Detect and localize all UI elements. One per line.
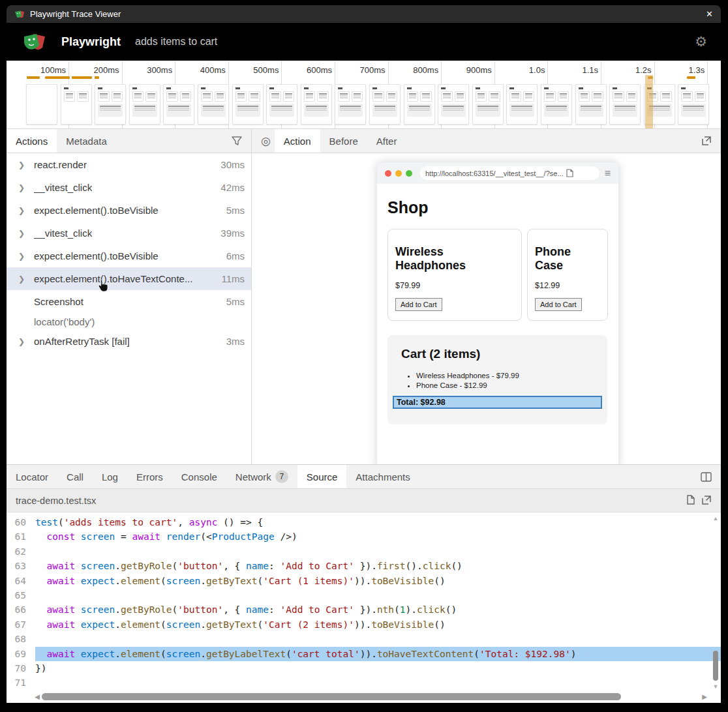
action-row[interactable]: ❯expect.element().toHaveTextConte...11ms xyxy=(7,267,251,290)
tab-errors[interactable]: Errors xyxy=(127,465,172,488)
scroll-down-icon[interactable]: ▼ xyxy=(712,683,720,690)
timeline-action-marker xyxy=(687,76,695,79)
filter-icon[interactable] xyxy=(222,129,251,153)
code-line[interactable]: 70}) xyxy=(7,661,721,675)
code-text: await expect.element(screen.getByText('C… xyxy=(35,574,721,588)
source-filename: trace-demo.test.tsx xyxy=(16,496,96,506)
browser-chrome-bar: http://localhost:63315/__vitest_test__/?… xyxy=(377,162,618,184)
action-name: __vitest_click xyxy=(34,182,92,193)
action-row[interactable]: ❯expect.element().toBeVisible5ms xyxy=(7,199,251,222)
line-number: 70 xyxy=(7,661,35,675)
code-line[interactable]: 61 const screen = await render(<ProductP… xyxy=(7,529,721,544)
vertical-scroll-thumb[interactable] xyxy=(713,651,718,681)
timeline-filmstrip[interactable] xyxy=(7,84,721,126)
tab-before[interactable]: Before xyxy=(320,129,367,153)
source-filebar: trace-demo.test.tsx xyxy=(7,489,721,512)
code-line[interactable]: 62 xyxy=(7,544,721,559)
timeline-thumbnail[interactable] xyxy=(266,84,297,125)
tab-source[interactable]: Source xyxy=(297,465,347,488)
timeline-thumbnail[interactable] xyxy=(506,84,538,125)
scroll-left-icon[interactable]: ◀ xyxy=(33,693,42,700)
action-row[interactable]: ❯react.render30ms xyxy=(7,153,251,176)
playwright-mini-icon xyxy=(14,10,25,19)
code-line[interactable]: 60test('adds items to cart', async () =>… xyxy=(7,515,721,529)
expand-chevron-icon[interactable]: ❯ xyxy=(18,252,34,261)
expand-chevron-icon[interactable]: ❯ xyxy=(18,160,34,170)
timeline-thumbnail[interactable] xyxy=(26,84,57,125)
close-icon[interactable]: ✕ xyxy=(706,9,713,19)
horizontal-scroll-thumb[interactable] xyxy=(42,693,621,700)
expand-chevron-icon[interactable]: ❯ xyxy=(18,274,34,284)
action-name: expect.element().toHaveTextConte... xyxy=(34,273,192,284)
cart-item: Phone Case - $12.99 xyxy=(416,381,607,389)
tab-console[interactable]: Console xyxy=(172,465,226,488)
copy-url-icon[interactable] xyxy=(566,169,573,177)
code-line[interactable]: 67 await expect.element(screen.getByText… xyxy=(7,617,721,632)
action-name: onAfterRetryTask [fail] xyxy=(34,336,130,347)
timeline-thumbnail[interactable] xyxy=(609,84,641,125)
open-external-icon[interactable] xyxy=(692,129,721,153)
code-text xyxy=(35,632,721,646)
tab-after[interactable]: After xyxy=(367,129,406,153)
timeline-thumbnail[interactable] xyxy=(678,84,709,125)
code-line[interactable]: 64 await expect.element(screen.getByText… xyxy=(7,574,721,588)
tab-log[interactable]: Log xyxy=(93,465,127,488)
settings-gear-icon[interactable]: ⚙ xyxy=(695,34,707,50)
timeline-thumbnail[interactable] xyxy=(198,84,229,125)
pick-locator-icon[interactable]: ◎ xyxy=(252,129,275,153)
source-code-view[interactable]: 60test('adds items to cart', async () =>… xyxy=(7,512,721,703)
action-row[interactable]: ❯__vitest_click39ms xyxy=(7,222,251,245)
scroll-up-icon[interactable]: ▲ xyxy=(712,515,720,522)
timeline-thumbnail[interactable] xyxy=(61,84,92,125)
expand-chevron-icon[interactable]: ❯ xyxy=(18,337,34,346)
trace-viewer-window: Playwright Trace Viewer ✕ Playwright add… xyxy=(0,0,728,712)
tab-action[interactable]: Action xyxy=(275,129,320,153)
tab-network[interactable]: Network7 xyxy=(226,465,297,488)
code-line[interactable]: 68 xyxy=(7,632,721,646)
code-vertical-scrollbar[interactable]: ▲ ▼ xyxy=(712,515,720,690)
open-source-external-icon[interactable] xyxy=(701,495,712,505)
code-line[interactable]: 66 await screen.getByRole('button', { na… xyxy=(7,602,721,617)
expand-chevron-icon[interactable]: ❯ xyxy=(18,206,34,215)
expand-chevron-icon[interactable]: ❯ xyxy=(18,229,34,238)
tab-locator[interactable]: Locator xyxy=(7,465,57,488)
product-price: $12.99 xyxy=(535,281,600,290)
action-row[interactable]: Screenshot5ms xyxy=(7,290,251,313)
timeline-thumbnail[interactable] xyxy=(301,84,332,125)
code-line[interactable]: 63 await screen.getByRole('button', { na… xyxy=(7,559,721,573)
timeline-thumbnail[interactable] xyxy=(575,84,607,125)
action-row[interactable]: ❯__vitest_click42ms xyxy=(7,176,251,199)
cart-total-highlighted: Total: $92.98 xyxy=(393,396,602,409)
copy-source-icon[interactable] xyxy=(685,495,695,506)
code-line[interactable]: 65 xyxy=(7,588,721,602)
timeline-thumbnail[interactable] xyxy=(232,84,264,125)
action-row[interactable]: ❯onAfterRetryTask [fail]3ms xyxy=(7,330,251,353)
timeline-thumbnail[interactable] xyxy=(472,84,504,125)
tab-actions[interactable]: Actions xyxy=(7,129,57,153)
timeline-thumbnail[interactable] xyxy=(541,84,572,125)
timeline-thumbnail[interactable] xyxy=(95,84,126,125)
code-horizontal-scrollbar[interactable]: ◀ ▶ xyxy=(33,692,709,701)
add-to-cart-button[interactable]: Add to Cart xyxy=(395,298,442,311)
timeline-tick-label: 1.0s xyxy=(529,65,548,75)
timeline-thumbnail[interactable] xyxy=(129,84,160,125)
code-line-highlighted[interactable]: 69 await expect.element(screen.getByLabe… xyxy=(7,647,721,661)
timeline-tick-label: 200ms xyxy=(94,65,122,75)
action-row[interactable]: ❯expect.element().toBeVisible6ms xyxy=(7,245,251,267)
scroll-right-icon[interactable]: ▶ xyxy=(700,693,709,700)
expand-chevron-icon[interactable]: ❯ xyxy=(18,183,34,192)
split-view-icon[interactable] xyxy=(691,465,721,488)
timeline-thumbnail[interactable] xyxy=(163,84,194,125)
tab-attachments[interactable]: Attachments xyxy=(346,465,419,488)
timeline-thumbnail[interactable] xyxy=(404,84,435,125)
code-line[interactable]: 71 xyxy=(7,675,721,690)
timeline-thumbnail[interactable] xyxy=(438,84,469,125)
browser-url-bar[interactable]: http://localhost:63315/__vitest_test__/?… xyxy=(420,166,599,180)
tab-call[interactable]: Call xyxy=(57,465,93,488)
timeline-thumbnail[interactable] xyxy=(335,84,366,125)
tab-metadata[interactable]: Metadata xyxy=(57,129,116,153)
browser-menu-icon[interactable]: ≡ xyxy=(605,168,611,179)
timeline-thumbnail[interactable] xyxy=(369,84,401,125)
add-to-cart-button[interactable]: Add to Cart xyxy=(535,298,582,311)
timeline[interactable]: 100ms200ms300ms400ms500ms600ms700ms800ms… xyxy=(7,61,721,128)
